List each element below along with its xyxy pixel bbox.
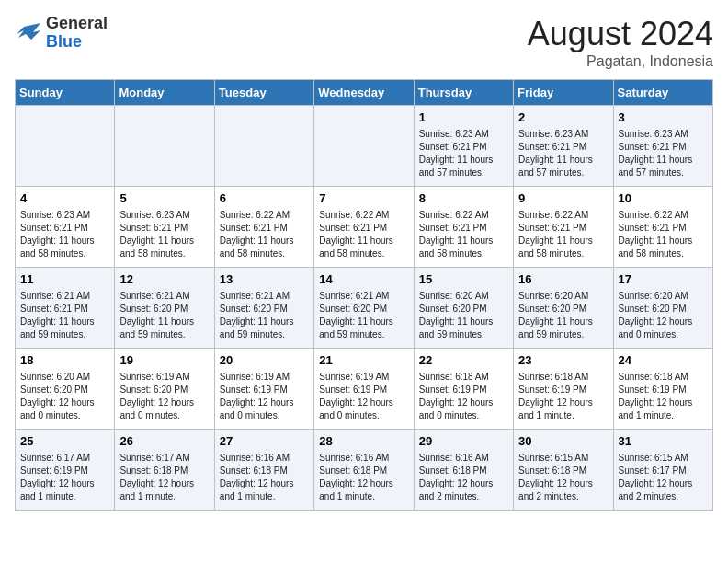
day-info: Sunrise: 6:16 AM	[319, 452, 408, 465]
page-header: General Blue August 2024 Pagatan, Indone…	[15, 15, 713, 70]
day-info: Sunrise: 6:22 AM	[220, 209, 309, 222]
day-info: Sunrise: 6:20 AM	[419, 290, 508, 303]
day-info: Sunset: 6:18 PM	[518, 465, 608, 477]
day-info: Sunset: 6:20 PM	[119, 303, 209, 316]
day-info: Sunrise: 6:21 AM	[220, 290, 309, 303]
day-info: Sunset: 6:21 PM	[518, 141, 608, 154]
day-info: Sunrise: 6:16 AM	[419, 452, 508, 465]
calendar-cell: 2Sunrise: 6:23 AMSunset: 6:21 PMDaylight…	[514, 106, 613, 187]
calendar-table: SundayMondayTuesdayWednesdayThursdayFrid…	[15, 79, 713, 511]
day-number: 24	[619, 352, 708, 369]
logo-bird-icon	[15, 19, 42, 47]
day-info: Sunrise: 6:20 AM	[619, 290, 708, 303]
day-info: Sunset: 6:20 PM	[518, 303, 608, 316]
day-info: Daylight: 11 hours and 57 minutes.	[419, 154, 508, 179]
day-info: Sunrise: 6:23 AM	[619, 128, 708, 141]
day-number: 1	[419, 109, 508, 126]
day-info: Daylight: 11 hours and 58 minutes.	[319, 235, 408, 260]
day-info: Daylight: 11 hours and 59 minutes.	[220, 316, 309, 341]
day-number: 15	[419, 271, 508, 288]
day-info: Daylight: 12 hours and 0 minutes.	[619, 316, 708, 341]
day-number: 18	[20, 352, 109, 369]
day-info: Daylight: 11 hours and 59 minutes.	[518, 316, 608, 341]
column-header-thursday: Thursday	[414, 80, 513, 106]
day-number: 20	[220, 352, 309, 369]
subtitle: Pagatan, Indonesia	[528, 53, 713, 70]
calendar-cell: 13Sunrise: 6:21 AMSunset: 6:20 PMDayligh…	[214, 268, 313, 349]
day-info: Sunrise: 6:22 AM	[518, 209, 608, 222]
day-info: Sunset: 6:21 PM	[20, 222, 109, 235]
day-info: Sunrise: 6:22 AM	[419, 209, 508, 222]
day-info: Sunset: 6:20 PM	[619, 303, 708, 316]
day-info: Sunset: 6:19 PM	[20, 465, 109, 477]
day-info: Daylight: 12 hours and 0 minutes.	[319, 396, 408, 422]
calendar-cell: 25Sunrise: 6:17 AMSunset: 6:19 PMDayligh…	[16, 430, 115, 511]
day-info: Sunset: 6:21 PM	[220, 222, 309, 235]
day-info: Daylight: 12 hours and 2 minutes.	[518, 477, 608, 503]
day-info: Sunset: 6:19 PM	[220, 384, 309, 396]
day-info: Sunset: 6:21 PM	[419, 141, 508, 154]
day-info: Sunrise: 6:19 AM	[220, 371, 309, 384]
day-info: Daylight: 12 hours and 1 minute.	[119, 477, 209, 503]
day-info: Sunrise: 6:22 AM	[619, 209, 708, 222]
calendar-cell: 5Sunrise: 6:23 AMSunset: 6:21 PMDaylight…	[115, 187, 214, 268]
calendar-week-row: 1Sunrise: 6:23 AMSunset: 6:21 PMDaylight…	[16, 106, 713, 187]
day-info: Sunset: 6:21 PM	[20, 303, 109, 316]
calendar-cell: 21Sunrise: 6:19 AMSunset: 6:19 PMDayligh…	[314, 349, 414, 430]
day-info: Sunrise: 6:23 AM	[419, 128, 508, 141]
logo-text: General Blue	[46, 15, 108, 52]
day-info: Daylight: 12 hours and 0 minutes.	[20, 396, 109, 422]
day-number: 23	[518, 352, 608, 369]
day-info: Sunrise: 6:19 AM	[319, 371, 408, 384]
day-info: Daylight: 12 hours and 2 minutes.	[619, 477, 708, 503]
main-title: August 2024	[528, 15, 713, 53]
day-info: Daylight: 11 hours and 58 minutes.	[20, 235, 109, 260]
day-info: Sunset: 6:18 PM	[220, 465, 309, 477]
calendar-cell: 20Sunrise: 6:19 AMSunset: 6:19 PMDayligh…	[214, 349, 313, 430]
calendar-cell: 17Sunrise: 6:20 AMSunset: 6:20 PMDayligh…	[613, 268, 712, 349]
calendar-cell: 6Sunrise: 6:22 AMSunset: 6:21 PMDaylight…	[214, 187, 313, 268]
day-info: Sunset: 6:19 PM	[319, 384, 408, 396]
day-info: Sunset: 6:18 PM	[419, 465, 508, 477]
column-header-monday: Monday	[115, 80, 214, 106]
calendar-cell: 28Sunrise: 6:16 AMSunset: 6:18 PMDayligh…	[314, 430, 414, 511]
day-info: Sunset: 6:19 PM	[419, 384, 508, 396]
column-header-saturday: Saturday	[613, 80, 712, 106]
day-info: Sunset: 6:20 PM	[220, 303, 309, 316]
day-info: Sunrise: 6:22 AM	[319, 209, 408, 222]
svg-marker-0	[17, 23, 40, 40]
calendar-cell: 16Sunrise: 6:20 AMSunset: 6:20 PMDayligh…	[514, 268, 613, 349]
day-info: Sunrise: 6:21 AM	[20, 290, 109, 303]
day-info: Daylight: 12 hours and 1 minute.	[220, 477, 309, 503]
calendar-cell: 1Sunrise: 6:23 AMSunset: 6:21 PMDaylight…	[414, 106, 513, 187]
day-info: Daylight: 11 hours and 59 minutes.	[319, 316, 408, 341]
day-info: Sunset: 6:20 PM	[319, 303, 408, 316]
day-info: Sunrise: 6:23 AM	[20, 209, 109, 222]
day-info: Sunset: 6:21 PM	[419, 222, 508, 235]
day-info: Sunset: 6:20 PM	[20, 384, 109, 396]
day-info: Sunset: 6:21 PM	[319, 222, 408, 235]
day-number: 14	[319, 271, 408, 288]
day-number: 12	[119, 271, 209, 288]
day-info: Daylight: 12 hours and 2 minutes.	[419, 477, 508, 503]
day-info: Daylight: 11 hours and 58 minutes.	[119, 235, 209, 260]
day-info: Daylight: 11 hours and 57 minutes.	[619, 154, 708, 179]
day-number: 3	[619, 109, 708, 126]
day-info: Sunset: 6:20 PM	[419, 303, 508, 316]
calendar-cell: 27Sunrise: 6:16 AMSunset: 6:18 PMDayligh…	[214, 430, 313, 511]
day-info: Sunset: 6:17 PM	[619, 465, 708, 477]
day-info: Sunset: 6:20 PM	[119, 384, 209, 396]
day-number: 6	[220, 190, 309, 207]
calendar-cell: 30Sunrise: 6:15 AMSunset: 6:18 PMDayligh…	[514, 430, 613, 511]
day-info: Sunrise: 6:18 AM	[619, 371, 708, 384]
calendar-cell	[314, 106, 414, 187]
day-info: Sunrise: 6:21 AM	[319, 290, 408, 303]
day-number: 9	[518, 190, 608, 207]
day-info: Daylight: 12 hours and 1 minute.	[619, 396, 708, 422]
column-header-tuesday: Tuesday	[214, 80, 313, 106]
calendar-cell: 8Sunrise: 6:22 AMSunset: 6:21 PMDaylight…	[414, 187, 513, 268]
calendar-cell: 14Sunrise: 6:21 AMSunset: 6:20 PMDayligh…	[314, 268, 414, 349]
calendar-cell	[115, 106, 214, 187]
column-header-friday: Friday	[514, 80, 613, 106]
day-info: Daylight: 12 hours and 0 minutes.	[220, 396, 309, 422]
